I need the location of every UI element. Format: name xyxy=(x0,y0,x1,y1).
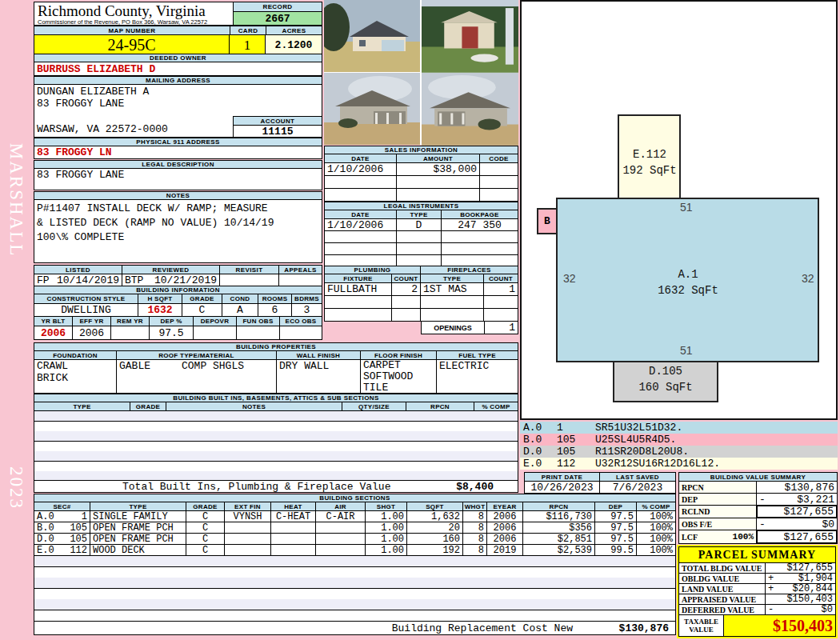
sales-date xyxy=(325,176,397,188)
instrument-book xyxy=(442,231,518,242)
physical-address-block: PHYSICAL 911 ADDRESS 83 FROGGY LN xyxy=(34,138,322,159)
section-row: E.0 112 WOOD DECK C 1.00 192 8 2019 $2,5… xyxy=(34,545,676,556)
rail-text-year: 2023 xyxy=(6,466,26,510)
hsqft-value: 1632 xyxy=(138,304,182,316)
ps-label: DEFERRED VALUE xyxy=(679,605,766,614)
section-eyear: 2006 xyxy=(487,522,523,533)
print-date-label: PRINT DATE xyxy=(524,472,600,482)
parcel-summary: PARCEL SUMMARY TOTAL BLDG VALUE $127,655… xyxy=(677,545,838,638)
taxable-label: TAXABLE VALUE xyxy=(679,615,724,636)
legal-description-block: LEGAL DESCRIPTION 83 FROGGY LANE xyxy=(34,160,322,190)
section-num: 105 xyxy=(65,522,90,533)
section-sqft: 192 xyxy=(407,545,463,555)
section-empty-row xyxy=(34,610,675,621)
card-value: 1 xyxy=(230,35,266,55)
ps-value: $20,844 xyxy=(793,584,833,594)
account-box: ACCOUNT 11115 xyxy=(233,116,322,138)
fixture-label: FIXTURE xyxy=(325,274,392,282)
last-saved-value: 7/6/2023 xyxy=(600,482,675,493)
section-type: WOOD DECK xyxy=(90,545,186,555)
ps-sign: + xyxy=(768,584,774,594)
yrblt-label: YR BLT xyxy=(34,317,73,326)
ps-label: TOTAL BLDG VALUE xyxy=(679,563,766,573)
cond-value: A xyxy=(222,304,258,316)
comp-label: % COMP xyxy=(637,502,675,510)
instrument-type-label: TYPE xyxy=(397,210,442,218)
section-sec: D.0 xyxy=(34,534,65,544)
property-photo-shed xyxy=(422,0,518,73)
built-ins-empty-row xyxy=(34,451,518,462)
sketch-code-row: E.0 112 U32R12SU16R12D16L12. xyxy=(520,458,838,470)
sketch-label-b: B xyxy=(544,215,550,227)
building-properties-block: BUILDING PROPERTIES FOUNDATION ROOF TYPE… xyxy=(34,342,518,394)
sketch-label-e: E.112 xyxy=(602,148,698,161)
sales-amount-label: AMOUNT xyxy=(397,154,480,162)
built-ins-total-row: Total Built Ins, Plumbing & Fireplace Va… xyxy=(34,480,518,493)
section-rpcn: $356 xyxy=(523,522,595,533)
built-ins-empty-row xyxy=(34,471,518,480)
fireplace-count: 1 xyxy=(484,283,518,295)
fireplace-type-label: TYPE xyxy=(421,274,484,282)
sketch-dim-bottom: 51 xyxy=(680,344,693,357)
fireplace-type: 1ST MAS xyxy=(421,283,484,295)
hsqft-label: H SQFT xyxy=(138,294,182,303)
section-rpcn: $2,539 xyxy=(523,545,595,555)
code-num: 105 xyxy=(557,434,595,446)
record-box: RECORD 2667 xyxy=(233,2,322,26)
instrument-type xyxy=(397,231,442,242)
construction-style-value: DWELLING xyxy=(34,304,138,316)
sales-block: SALES INFORMATION DATE AMOUNT CODE 1/10/… xyxy=(324,146,518,202)
section-sqft: 160 xyxy=(407,534,463,544)
deeded-owner-label: DEEDED OWNER xyxy=(34,54,322,62)
ecoobs-value xyxy=(280,326,322,339)
record-label: RECORD xyxy=(233,2,322,12)
replacement-cost-label: Building Replacement Cost New xyxy=(392,622,573,634)
notes-block: NOTES P#11407 INSTALL DECK W/ RAMP; MEAS… xyxy=(34,191,322,263)
sales-date xyxy=(325,189,397,201)
mailing-line1: DUNGAN ELIZABETH A xyxy=(37,86,319,98)
eyear-label: EYEAR xyxy=(487,502,523,510)
section-heat xyxy=(271,534,316,544)
section-shgt: 1.00 xyxy=(366,534,407,544)
account-value: 11115 xyxy=(233,126,322,138)
sales-code xyxy=(480,163,518,175)
dep-col-label: DEP xyxy=(595,502,637,510)
parcel-row: OBLDG VALUE + $1,904 xyxy=(679,574,835,584)
effyr-label: EFF YR xyxy=(73,317,111,326)
acres-label: ACRES xyxy=(266,26,322,35)
replacement-cost-value: $130,876 xyxy=(573,622,675,634)
bdrms-value: 3 xyxy=(292,304,322,316)
built-ins-empty-row xyxy=(34,411,518,422)
roof-type: GABLE xyxy=(119,360,150,372)
wall-finish-value: DRY WALL xyxy=(277,360,361,393)
plumbing-fireplace-row xyxy=(324,296,518,309)
ps-value: $0 xyxy=(822,605,833,614)
code-string: R11SR20D8L20U8. xyxy=(595,446,689,458)
mailing-block: MAILING ADDRESS DUNGAN ELIZABETH A 83 FR… xyxy=(34,76,322,138)
instrument-type xyxy=(397,255,442,266)
section-grade: C xyxy=(186,545,225,555)
dep-value: 97.5 xyxy=(150,326,194,339)
vs-label: OBS F/E xyxy=(679,518,757,530)
bdrms-label: BDRMS xyxy=(292,294,322,303)
card-label: CARD xyxy=(230,26,266,35)
section-row: D.0 105 OPEN FRAME PCH C 1.00 160 8 2006… xyxy=(34,534,676,545)
section-shgt: 1.00 xyxy=(366,511,407,522)
section-air: C-AIR xyxy=(316,511,366,522)
shgt-label: SHGT xyxy=(366,502,407,510)
section-heat: C-HEAT xyxy=(271,511,316,522)
rpcn-label: RPCN xyxy=(523,502,595,510)
built-ins-comp-label: % COMP xyxy=(474,402,518,410)
section-heat xyxy=(271,545,316,555)
account-label: ACCOUNT xyxy=(233,116,322,126)
fireplace-type xyxy=(421,309,484,321)
photo-grid xyxy=(324,0,518,145)
reviewed-date: 10/21/2019 xyxy=(154,274,217,286)
built-ins-block: BUILDING BUILT INS, BASEMENTS, ATTICS & … xyxy=(34,394,518,481)
property-photo-left-side xyxy=(324,73,420,145)
property-record-card: { "colors":{"page_pink":"#F9C6D2","heade… xyxy=(0,0,840,640)
property-photo-right-side xyxy=(422,73,518,146)
section-eyear: 2006 xyxy=(487,534,523,544)
sales-amount: $38,000 xyxy=(397,163,480,175)
section-whgt: 8 xyxy=(463,545,487,555)
